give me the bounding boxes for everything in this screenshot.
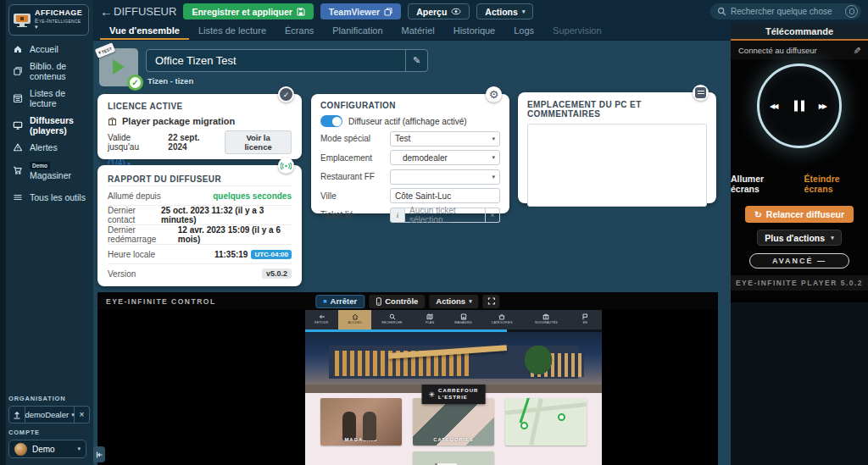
brand-subtitle: Eye-Intelligence ▾ [35,18,84,30]
organisation-clear-button[interactable]: × [75,406,90,423]
fast-forward-button[interactable]: ▶▶ [819,102,826,110]
licence-card: ✓ LICENCE ACTIVE Player package migratio… [97,94,302,159]
tile-stationery[interactable] [413,451,494,465]
preview-nav-language[interactable]: EN [569,310,602,329]
ticket-info-button[interactable]: i [390,208,405,223]
tile-magasins[interactable]: MAGASINS [320,398,402,446]
back-to-diffuseur-link[interactable]: ← DIFFUSEUR [100,4,176,19]
sidebar-footer: ORGANISATION demoDealer ▾ × COMPTE Demo … [0,390,93,465]
tile-categories[interactable]: CATÉGORIES [413,398,494,446]
collapse-sidebar-button[interactable] [93,446,105,462]
preview-nav-retour[interactable]: RETOUR [305,310,338,329]
pause-button[interactable] [794,101,804,112]
store-icon [460,313,467,320]
emplacement-select[interactable]: demodealer▾ [390,150,500,165]
player-preview: RETOUR ACCUEIL RECHERCHE PLAN MAGASINS [97,310,718,465]
sidebar-item-listes[interactable]: Listes de lecture [0,85,93,112]
preview-nav: RETOUR ACCUEIL RECHERCHE PLAN MAGASINS [305,310,602,329]
ticket-clear-button[interactable]: × [486,208,500,223]
restaurant-ff-select[interactable]: ▾ [390,169,500,185]
ticket-select[interactable]: Aucun ticket sélection... [405,208,486,223]
more-actions-button[interactable]: Plus d'actions ▾ [757,230,842,246]
tab-listes-de-lecture[interactable]: Listes de lecture [189,23,275,40]
sidebar-item-alertes[interactable]: Alertes [0,139,93,156]
search-panel-icon[interactable] [845,5,858,18]
topbar: ← DIFFUSEUR Enregistrer et appliquer Tea… [93,0,868,23]
controle-button[interactable]: Contrôle [369,295,425,308]
preview-nav-magasins[interactable]: MAGASINS [446,310,481,329]
actions-button[interactable]: Actions ▾ [476,3,533,19]
test-tag-icon: TEST [95,42,116,58]
rewind-button[interactable]: ◀◀ [770,102,776,110]
note-icon [695,87,706,98]
preview-nav-categories[interactable]: CATÉGORIES [481,310,523,329]
search-input[interactable] [731,7,845,16]
advanced-button[interactable]: AVANCÉ — [749,253,849,268]
tab-supervision[interactable]: Supervision [543,23,610,40]
screens-off-button[interactable]: Éteindre écrans [804,174,868,194]
tab-ecrans[interactable]: Écrans [275,23,323,40]
preview-nav-accueil[interactable]: ACCUEIL [338,310,371,329]
eye-icon [451,8,461,15]
edit-name-button[interactable]: ✎ [405,50,427,71]
teamviewer-button[interactable]: TeamViewer [320,3,401,19]
organisation-label: ORGANISATION [8,395,93,402]
sidebar-item-tous-les-outils[interactable]: Tous les outils [0,189,93,206]
ville-input[interactable] [395,191,495,201]
field-ticket-lie: Ticket lié i Aucun ticket sélection... × [320,208,500,223]
diffuseur-actif-toggle[interactable] [320,115,342,127]
mall-logo: ✳ CARREFOURL'ESTRIE [422,385,486,404]
utc-badge: UTC-04:00 [251,250,292,259]
relaunch-diffuseur-button[interactable]: ↻ Relancer diffuseur [745,206,854,223]
preview-nav-plan[interactable]: PLAN [413,310,446,329]
tab-planification[interactable]: Planification [323,23,392,40]
configuration-gear-badge[interactable]: ⚙ [486,86,502,102]
rapport-row-version: Version v5.0.2 [108,263,292,283]
tab-logs[interactable]: Logs [504,23,543,40]
caret-down-icon: ▾ [77,446,81,452]
remote-actions: ↻ Relancer diffuseur Plus d'actions ▾ AV… [731,199,868,299]
playlist-icon [13,93,23,103]
package-icon [108,117,117,126]
tab-historique[interactable]: Historique [444,23,505,40]
emplacement-textarea[interactable] [527,124,707,207]
fullscreen-button[interactable] [483,295,500,308]
sidebar-item-diffuseurs[interactable]: Diffuseurs (players) [0,112,93,139]
view-licence-button[interactable]: Voir la licence [225,130,292,154]
tab-materiel[interactable]: Matériel [392,23,444,40]
monitor-icon [13,120,23,130]
mode-special-select[interactable]: Test▾ [390,131,500,147]
brand-logo[interactable]: AFFICHAGE Eye-Intelligence ▾ [8,4,89,36]
licence-valid-label: Valide jusqu'au [108,133,164,152]
licence-status-badge: ✓ [278,86,294,102]
save-and-apply-button[interactable]: Enregistrer et appliquer [183,3,313,19]
control-bar-title: EYE-INFINITE CONTROL [97,297,216,306]
preview-actions-button[interactable]: Actions▾ [429,295,478,308]
brand-monitor-icon [14,14,31,27]
apercu-button[interactable]: Aperçu [408,3,470,19]
field-ville: Ville [320,188,500,203]
map-pin-icon [558,413,565,421]
player-name-input[interactable] [147,50,405,71]
preview-nav-nouveautes[interactable]: NOUVEAUTÉS [524,310,569,329]
sidebar-item-biblio[interactable]: Biblio. de contenus [0,58,93,85]
sidebar-item-magasiner[interactable]: DemoMagasiner [0,156,93,184]
organisation-select[interactable]: demoDealer ▾ [25,406,75,423]
pencil-icon[interactable]: ✎ [851,46,862,53]
stop-button[interactable]: ■Arrêter [315,295,364,308]
cart-icon [13,165,23,175]
preview-nav-recherche[interactable]: RECHERCHE [371,310,413,329]
map-icon [426,313,433,320]
tab-vue-densemble[interactable]: Vue d'ensemble [100,23,189,40]
rapport-row-allume: Allumé depuis quelques secondes [108,185,292,205]
rapport-card: RAPPORT DU DIFFUSEUR Allumé depuis quelq… [97,165,302,286]
compte-select[interactable]: Demo ▾ [8,440,86,458]
screens-on-button[interactable]: Allumer écrans [731,174,793,194]
sidebar-item-accueil[interactable]: Accueil [0,41,93,58]
tile-map[interactable] [505,398,587,446]
caret-down-icon: ▾ [522,8,526,15]
configuration-title: CONFIGURATION [320,101,500,110]
remote-panel-title: Télécommande [731,23,868,41]
switch-organisation-button[interactable] [8,406,25,423]
eye-infinite-control-bar: EYE-INFINITE CONTROL ■Arrêter Contrôle A… [97,292,718,310]
